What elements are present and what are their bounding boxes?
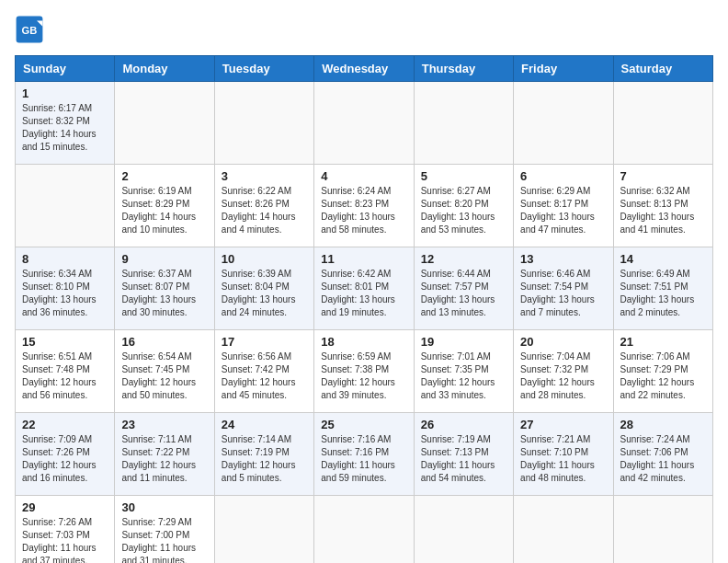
day-detail: Sunrise: 7:19 AMSunset: 7:13 PMDaylight:… xyxy=(421,433,506,485)
calendar-cell: 21Sunrise: 7:06 AMSunset: 7:29 PMDayligh… xyxy=(613,330,712,413)
day-detail: Sunrise: 6:42 AMSunset: 8:01 PMDaylight:… xyxy=(321,268,406,319)
day-detail: Sunrise: 7:16 AMSunset: 7:16 PMDaylight:… xyxy=(321,433,406,485)
calendar-cell xyxy=(514,82,613,165)
calendar-cell: 5Sunrise: 6:27 AMSunset: 8:20 PMDaylight… xyxy=(414,165,513,247)
day-number: 6 xyxy=(520,169,606,183)
calendar-cell: 23Sunrise: 7:11 AMSunset: 7:22 PMDayligh… xyxy=(115,413,214,496)
calendar-row-1: 2Sunrise: 6:19 AMSunset: 8:29 PMDaylight… xyxy=(16,165,713,247)
day-number: 8 xyxy=(22,252,108,266)
day-number: 9 xyxy=(121,252,207,266)
calendar-cell xyxy=(314,496,414,564)
calendar-row-0: 1Sunrise: 6:17 AMSunset: 8:32 PMDaylight… xyxy=(16,82,713,165)
calendar-cell: 9Sunrise: 6:37 AMSunset: 8:07 PMDaylight… xyxy=(115,247,214,330)
day-detail: Sunrise: 6:29 AMSunset: 8:17 PMDaylight:… xyxy=(520,185,606,236)
calendar-cell: 26Sunrise: 7:19 AMSunset: 7:13 PMDayligh… xyxy=(414,413,513,496)
day-detail: Sunrise: 7:09 AMSunset: 7:26 PMDaylight:… xyxy=(22,433,108,485)
day-number: 5 xyxy=(421,169,506,183)
day-number: 25 xyxy=(321,418,406,431)
calendar-cell: 6Sunrise: 6:29 AMSunset: 8:17 PMDaylight… xyxy=(514,165,613,247)
calendar-cell xyxy=(414,82,513,165)
logo: GB xyxy=(15,15,48,44)
calendar-cell: 24Sunrise: 7:14 AMSunset: 7:19 PMDayligh… xyxy=(214,413,313,496)
day-detail: Sunrise: 7:29 AMSunset: 7:00 PMDaylight:… xyxy=(121,516,207,563)
logo-icon: GB xyxy=(15,15,44,44)
day-number: 19 xyxy=(421,335,506,349)
day-number: 16 xyxy=(121,335,207,349)
day-number: 30 xyxy=(121,500,207,514)
day-number: 27 xyxy=(520,418,606,431)
day-detail: Sunrise: 6:59 AMSunset: 7:38 PMDaylight:… xyxy=(321,350,406,402)
day-number: 20 xyxy=(520,335,606,349)
header-wednesday: Wednesday xyxy=(314,56,414,82)
day-detail: Sunrise: 7:01 AMSunset: 7:35 PMDaylight:… xyxy=(421,350,506,402)
calendar-row-2: 8Sunrise: 6:34 AMSunset: 8:10 PMDaylight… xyxy=(16,247,713,330)
page-header: GB xyxy=(15,15,713,44)
header-thursday: Thursday xyxy=(414,56,513,82)
day-detail: Sunrise: 6:17 AMSunset: 8:32 PMDaylight:… xyxy=(22,102,108,154)
calendar-cell: 12Sunrise: 6:44 AMSunset: 7:57 PMDayligh… xyxy=(414,247,513,330)
day-number: 24 xyxy=(222,418,307,431)
header-tuesday: Tuesday xyxy=(214,56,313,82)
day-number: 4 xyxy=(321,169,406,183)
day-detail: Sunrise: 6:44 AMSunset: 7:57 PMDaylight:… xyxy=(421,268,506,319)
day-detail: Sunrise: 7:26 AMSunset: 7:03 PMDaylight:… xyxy=(22,516,108,563)
day-number: 29 xyxy=(22,500,108,514)
calendar-cell: 17Sunrise: 6:56 AMSunset: 7:42 PMDayligh… xyxy=(214,330,313,413)
calendar-cell: 22Sunrise: 7:09 AMSunset: 7:26 PMDayligh… xyxy=(16,413,115,496)
calendar-cell xyxy=(214,496,313,564)
day-number: 18 xyxy=(321,335,406,349)
day-detail: Sunrise: 6:27 AMSunset: 8:20 PMDaylight:… xyxy=(421,185,506,236)
day-detail: Sunrise: 6:54 AMSunset: 7:45 PMDaylight:… xyxy=(121,350,207,402)
calendar-cell: 20Sunrise: 7:04 AMSunset: 7:32 PMDayligh… xyxy=(514,330,613,413)
calendar-cell xyxy=(414,496,513,564)
svg-text:GB: GB xyxy=(22,25,38,36)
day-detail: Sunrise: 6:46 AMSunset: 7:54 PMDaylight:… xyxy=(520,268,606,319)
calendar-cell: 1Sunrise: 6:17 AMSunset: 8:32 PMDaylight… xyxy=(16,82,115,165)
calendar-cell xyxy=(214,82,313,165)
calendar-cell: 13Sunrise: 6:46 AMSunset: 7:54 PMDayligh… xyxy=(514,247,613,330)
calendar-table: SundayMondayTuesdayWednesdayThursdayFrid… xyxy=(15,55,713,563)
calendar-cell: 16Sunrise: 6:54 AMSunset: 7:45 PMDayligh… xyxy=(115,330,214,413)
calendar-cell xyxy=(115,82,214,165)
calendar-cell: 18Sunrise: 6:59 AMSunset: 7:38 PMDayligh… xyxy=(314,330,414,413)
day-number: 1 xyxy=(22,86,108,100)
calendar-cell: 8Sunrise: 6:34 AMSunset: 8:10 PMDaylight… xyxy=(16,247,115,330)
day-number: 17 xyxy=(222,335,307,349)
day-number: 12 xyxy=(421,252,506,266)
calendar-cell: 3Sunrise: 6:22 AMSunset: 8:26 PMDaylight… xyxy=(214,165,313,247)
calendar-cell xyxy=(514,496,613,564)
day-detail: Sunrise: 7:24 AMSunset: 7:06 PMDaylight:… xyxy=(620,433,706,485)
calendar-header: SundayMondayTuesdayWednesdayThursdayFrid… xyxy=(16,56,713,82)
calendar-cell: 2Sunrise: 6:19 AMSunset: 8:29 PMDaylight… xyxy=(115,165,214,247)
day-number: 15 xyxy=(22,335,108,349)
calendar-cell: 10Sunrise: 6:39 AMSunset: 8:04 PMDayligh… xyxy=(214,247,313,330)
calendar-cell: 14Sunrise: 6:49 AMSunset: 7:51 PMDayligh… xyxy=(613,247,712,330)
day-number: 26 xyxy=(421,418,506,431)
calendar-cell: 25Sunrise: 7:16 AMSunset: 7:16 PMDayligh… xyxy=(314,413,414,496)
day-number: 23 xyxy=(121,418,207,431)
calendar-row-3: 15Sunrise: 6:51 AMSunset: 7:48 PMDayligh… xyxy=(16,330,713,413)
day-number: 22 xyxy=(22,418,108,431)
day-number: 14 xyxy=(620,252,706,266)
day-number: 28 xyxy=(620,418,706,431)
calendar-row-5: 29Sunrise: 7:26 AMSunset: 7:03 PMDayligh… xyxy=(16,496,713,564)
calendar-cell xyxy=(613,82,712,165)
day-number: 13 xyxy=(520,252,606,266)
day-number: 3 xyxy=(222,169,307,183)
day-detail: Sunrise: 7:04 AMSunset: 7:32 PMDaylight:… xyxy=(520,350,606,402)
calendar-cell: 7Sunrise: 6:32 AMSunset: 8:13 PMDaylight… xyxy=(613,165,712,247)
day-detail: Sunrise: 6:24 AMSunset: 8:23 PMDaylight:… xyxy=(321,185,406,236)
calendar-cell xyxy=(16,165,115,247)
day-detail: Sunrise: 6:56 AMSunset: 7:42 PMDaylight:… xyxy=(222,350,307,402)
header-friday: Friday xyxy=(514,56,613,82)
day-number: 11 xyxy=(321,252,406,266)
day-number: 7 xyxy=(620,169,706,183)
calendar-cell: 19Sunrise: 7:01 AMSunset: 7:35 PMDayligh… xyxy=(414,330,513,413)
day-detail: Sunrise: 6:49 AMSunset: 7:51 PMDaylight:… xyxy=(620,268,706,319)
day-detail: Sunrise: 7:14 AMSunset: 7:19 PMDaylight:… xyxy=(222,433,307,485)
day-number: 21 xyxy=(620,335,706,349)
header-saturday: Saturday xyxy=(613,56,712,82)
day-detail: Sunrise: 6:32 AMSunset: 8:13 PMDaylight:… xyxy=(620,185,706,236)
day-detail: Sunrise: 6:34 AMSunset: 8:10 PMDaylight:… xyxy=(22,268,108,319)
day-detail: Sunrise: 6:22 AMSunset: 8:26 PMDaylight:… xyxy=(222,185,307,236)
